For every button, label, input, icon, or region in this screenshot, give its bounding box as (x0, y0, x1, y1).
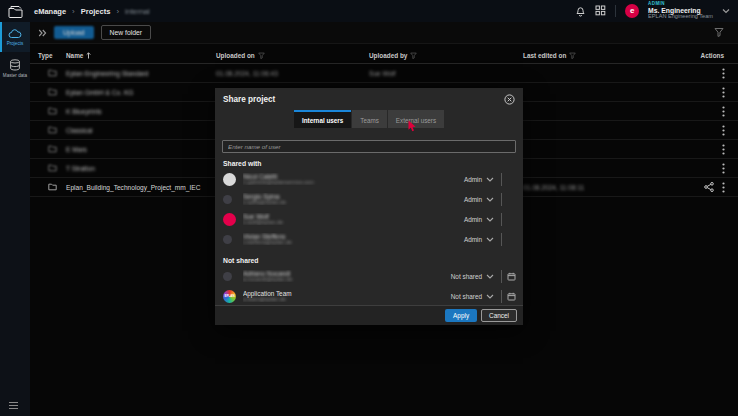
chevron-down-icon (486, 177, 494, 182)
double-chevron-right-icon (38, 29, 47, 37)
app-window: eManage › Projects › internal e (0, 0, 738, 416)
top-header-bar: eManage › Projects › internal e (0, 0, 738, 22)
apps-menu-button[interactable] (595, 5, 606, 16)
app-logo[interactable] (0, 0, 30, 22)
expand-panel-button[interactable] (38, 29, 47, 37)
project-name[interactable]: E Mars (66, 146, 216, 153)
column-type[interactable]: Type (38, 52, 66, 59)
folder-icon (38, 69, 66, 77)
kebab-icon[interactable] (722, 163, 725, 174)
hamburger-icon (8, 401, 19, 410)
column-last-edited-on-label: Last edited on (523, 52, 566, 59)
folder-icon (38, 183, 66, 191)
calendar-icon (507, 292, 516, 301)
sidebar-item-projects[interactable]: Projects (0, 22, 30, 52)
kebab-icon[interactable] (722, 125, 725, 136)
close-dialog-button[interactable] (504, 94, 515, 105)
kebab-icon[interactable] (722, 106, 725, 117)
shared-user-row: Vivian Steffens v.steffens@eplan.de Admi… (215, 229, 523, 249)
cancel-button[interactable]: Cancel (481, 309, 517, 322)
user-search-input[interactable] (222, 140, 516, 153)
share-tabs: Internal users Teams External users (215, 110, 523, 128)
table-filter-button[interactable] (714, 27, 724, 37)
role-value: Not shared (451, 273, 482, 280)
folder-window-icon (8, 5, 23, 18)
chevron-down-icon (486, 274, 494, 279)
role-dropdown[interactable] (486, 274, 494, 279)
project-name[interactable]: Eplan Engineering Standard (66, 70, 216, 77)
user-avatar (223, 235, 232, 244)
uploaded-by-value: Sue Wolf (369, 70, 523, 77)
role-value: Admin (464, 196, 482, 203)
kebab-icon[interactable] (722, 182, 725, 193)
funnel-icon (258, 52, 265, 59)
chevron-down-icon (486, 197, 494, 202)
share-icon[interactable] (704, 182, 714, 192)
chevron-down-icon (486, 294, 494, 299)
role-dropdown[interactable] (486, 177, 494, 182)
chevron-down-icon (486, 237, 494, 242)
projects-toolbar: Upload New folder (30, 22, 738, 44)
project-name[interactable]: Classical (66, 127, 216, 134)
row-divider (501, 290, 502, 303)
team-avatar-text: EPLAN (224, 294, 234, 298)
role-dropdown[interactable] (486, 197, 494, 202)
mouse-cursor (408, 120, 417, 132)
header-divider (615, 5, 616, 17)
user-info[interactable]: ADMIN Ms. Engineering EPLAN Engineering … (648, 2, 713, 20)
table-row[interactable]: Eplan Engineering Standard 01.08.2024, 1… (30, 64, 738, 83)
folder-icon (38, 164, 66, 172)
user-avatar (223, 213, 236, 226)
role-dropdown[interactable] (486, 294, 494, 299)
not-shared-team-row: EPLAN Application Team a.team@eplan.de N… (215, 286, 523, 306)
role-value: Not shared (451, 293, 482, 300)
user-avatar (223, 272, 232, 281)
table-header-row: Type Name Uploaded on Uploaded by Last e… (30, 48, 738, 64)
column-uploaded-on[interactable]: Uploaded on (216, 52, 369, 59)
share-date-button[interactable] (504, 272, 518, 281)
folder-icon (38, 126, 66, 134)
breadcrumb-projects[interactable]: Projects (81, 7, 111, 16)
column-name-label: Name (66, 52, 83, 59)
apply-button[interactable]: Apply (445, 309, 477, 322)
left-sidebar: Projects Master data (0, 22, 30, 416)
kebab-icon[interactable] (722, 87, 725, 98)
upload-button[interactable]: Upload (54, 26, 94, 39)
user-menu-chevron[interactable] (722, 8, 730, 14)
project-name[interactable]: T Stratton (66, 165, 216, 172)
user-email: v.steffens@eplan.de (243, 240, 430, 246)
row-divider (501, 270, 502, 283)
funnel-icon (569, 52, 576, 59)
user-avatar[interactable]: e (625, 4, 639, 18)
kebab-icon[interactable] (722, 68, 725, 79)
grid-icon (595, 5, 606, 16)
row-divider (501, 213, 502, 226)
tab-teams[interactable]: Teams (352, 110, 387, 128)
sidebar-collapse-button[interactable] (8, 401, 19, 410)
share-date-button[interactable] (504, 292, 518, 301)
project-name[interactable]: K Blueprints (66, 108, 216, 115)
close-circle-icon (504, 94, 515, 105)
row-divider (501, 173, 502, 186)
column-last-edited-on[interactable]: Last edited on (523, 52, 691, 59)
chevron-down-icon (486, 217, 494, 222)
kebab-icon[interactable] (722, 144, 725, 155)
new-folder-button[interactable]: New folder (101, 25, 152, 40)
notifications-button[interactable] (575, 5, 586, 17)
user-avatar (223, 195, 232, 204)
column-uploaded-by[interactable]: Uploaded by (369, 52, 523, 59)
role-dropdown[interactable] (486, 237, 494, 242)
breadcrumb-app[interactable]: eManage (34, 7, 66, 16)
role-value: Admin (464, 176, 482, 183)
project-name[interactable]: Eplan GmbH & Co. KG (66, 89, 216, 96)
shared-user-row: Sue Wolf s.wolf@eplan.de Admin (215, 209, 523, 229)
project-name[interactable]: Eplan_Building_Technology_Project_mm_IEC (66, 184, 216, 191)
breadcrumb-folder[interactable]: internal (125, 7, 150, 16)
role-dropdown[interactable] (486, 217, 494, 222)
not-shared-label: Not shared (215, 249, 523, 266)
sidebar-item-master-data[interactable]: Master data (0, 52, 30, 84)
column-name[interactable]: Name (66, 52, 216, 59)
sidebar-item-label: Master data (3, 73, 27, 78)
column-uploaded-on-label: Uploaded on (216, 52, 255, 59)
tab-internal-users[interactable]: Internal users (294, 110, 351, 128)
